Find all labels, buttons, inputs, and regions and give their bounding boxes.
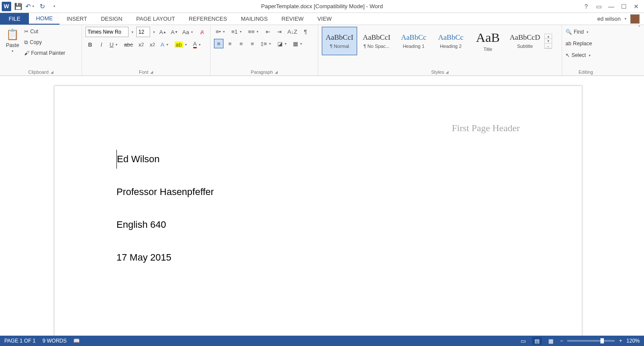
paste-button[interactable]: 📋 Paste ▾ [3, 27, 22, 54]
undo-icon[interactable]: ↶▾ [25, 1, 35, 12]
highlight-button[interactable]: ab▾ [173, 40, 189, 49]
shading-button[interactable]: ◪▾ [276, 39, 289, 48]
zoom-level[interactable]: 120% [626, 338, 640, 344]
cut-button[interactable]: ✂Cut [24, 27, 65, 36]
user-account[interactable]: ed wilson ▾ [593, 13, 644, 25]
style-heading-2[interactable]: AaBbCcHeading 2 [433, 27, 468, 55]
font-name-input[interactable] [85, 27, 129, 37]
group-paragraph: ≡•▾ ≡1▾ ≡≡▾ ⇤ ⇥ A↓Z ¶ ≡ ≡ ≡ ≡ ‡≡▾ ◪▾ ▦▾ … [210, 25, 318, 75]
styles-scroll-button[interactable]: ▴ [545, 34, 552, 39]
doc-line[interactable]: Professor Hasenpfeffer [116, 182, 214, 201]
styles-dialog-launcher[interactable]: ◢ [446, 70, 449, 74]
justify-button[interactable]: ≡ [248, 39, 257, 48]
style-title[interactable]: AaBTitle [470, 27, 506, 55]
doc-line[interactable]: Ed Wilson [116, 150, 214, 169]
minimize-icon[interactable]: — [605, 2, 617, 11]
styles-expand-button[interactable]: ⌄ [545, 44, 552, 48]
bold-button[interactable]: B [85, 40, 95, 49]
ribbon: 📋 Paste ▾ ✂Cut ⧉Copy 🖌Format Painter Cli… [0, 25, 644, 76]
word-app-icon[interactable]: W [2, 2, 11, 11]
sort-button[interactable]: A↓Z [286, 27, 299, 36]
underline-button[interactable]: U▾ [108, 40, 120, 49]
brush-icon: 🖌 [24, 50, 29, 56]
text-effects-button[interactable]: A▾ [159, 40, 171, 49]
font-size-input[interactable] [136, 27, 150, 37]
user-name: ed wilson [597, 16, 621, 22]
document-body[interactable]: Ed WilsonProfessor HasenpfefferEnglish 6… [116, 150, 214, 281]
maximize-icon[interactable]: ☐ [618, 2, 630, 11]
tab-file[interactable]: FILE [0, 13, 29, 25]
grow-font-button[interactable]: A▲ [158, 27, 168, 37]
doc-line[interactable]: 17 May 2015 [116, 248, 214, 267]
multilevel-list-button[interactable]: ≡≡▾ [246, 27, 261, 36]
ribbon-display-options-icon[interactable]: ▭ [593, 2, 605, 11]
tab-insert[interactable]: INSERT [60, 13, 94, 25]
zoom-out-button[interactable]: − [560, 338, 563, 344]
word-count-status[interactable]: 9 WORDS [42, 338, 66, 344]
zoom-slider-thumb[interactable] [600, 338, 604, 343]
numbering-button[interactable]: ≡1▾ [229, 27, 245, 36]
align-left-button[interactable]: ≡ [214, 39, 223, 48]
tab-mailings[interactable]: MAILINGS [234, 13, 274, 25]
style--no-spac-[interactable]: AaBbCcI¶ No Spac... [359, 27, 394, 55]
font-color-button[interactable]: A▾ [192, 40, 204, 49]
font-dialog-launcher[interactable]: ◢ [150, 70, 153, 74]
strikethrough-button[interactable]: abc [122, 40, 135, 49]
increase-indent-button[interactable]: ⇥ [274, 27, 284, 36]
align-right-button[interactable]: ≡ [236, 39, 246, 48]
tab-design[interactable]: DESIGN [94, 13, 129, 25]
zoom-slider[interactable] [567, 340, 615, 342]
help-icon[interactable]: ? [580, 2, 592, 11]
tab-page-layout[interactable]: PAGE LAYOUT [129, 13, 182, 25]
italic-button[interactable]: I [97, 40, 106, 49]
font-size-dropdown[interactable]: ▾ [152, 30, 156, 34]
paragraph-dialog-launcher[interactable]: ◢ [275, 70, 278, 74]
change-case-button[interactable]: Aa▾ [181, 27, 195, 37]
format-painter-button[interactable]: 🖌Format Painter [24, 48, 65, 58]
align-center-button[interactable]: ≡ [225, 39, 235, 48]
copy-button[interactable]: ⧉Copy [24, 38, 65, 47]
tab-view[interactable]: VIEW [311, 13, 339, 25]
subscript-button[interactable]: x2 [136, 40, 146, 49]
tab-review[interactable]: REVIEW [275, 13, 311, 25]
paste-icon: 📋 [6, 28, 19, 41]
redo-icon[interactable]: ↻ [37, 1, 47, 12]
decrease-indent-button[interactable]: ⇤ [263, 27, 273, 36]
read-mode-view-button[interactable]: ▭ [518, 337, 528, 345]
tab-home[interactable]: HOME [29, 13, 60, 25]
tab-references[interactable]: REFERENCES [182, 13, 234, 25]
find-button[interactable]: 🔍Find▾ [565, 27, 606, 37]
doc-line[interactable]: English 640 [116, 215, 214, 234]
proofing-icon[interactable]: 📖 [73, 338, 80, 344]
save-icon[interactable]: 💾 [13, 1, 23, 12]
page-number-status[interactable]: PAGE 1 OF 1 [4, 338, 35, 344]
zoom-in-button[interactable]: + [619, 338, 622, 344]
clipboard-dialog-launcher[interactable]: ◢ [50, 70, 53, 74]
page[interactable]: First Page Header Ed WilsonProfessor Has… [54, 85, 582, 336]
replace-button[interactable]: abReplace [565, 38, 606, 49]
select-button[interactable]: ↖Select▾ [565, 50, 606, 60]
select-cursor-icon: ↖ [565, 52, 570, 58]
document-area[interactable]: First Page Header Ed WilsonProfessor Has… [0, 77, 644, 336]
font-name-dropdown[interactable]: ▾ [130, 30, 135, 34]
web-layout-view-button[interactable]: ▦ [546, 337, 556, 345]
replace-icon: ab [565, 41, 571, 47]
clear-formatting-button[interactable]: A̷ [197, 27, 207, 37]
collapse-ribbon-button[interactable]: ˄ [638, 25, 641, 75]
style-subtitle[interactable]: AaBbCcDSubtitle [507, 27, 543, 55]
qat-customize-icon[interactable]: ▾ [49, 1, 60, 12]
quick-access-toolbar: W 💾 ↶▾ ↻ ▾ [0, 1, 60, 12]
show-marks-button[interactable]: ¶ [301, 27, 310, 36]
bullets-button[interactable]: ≡•▾ [214, 27, 228, 36]
copy-icon: ⧉ [24, 39, 28, 45]
borders-button[interactable]: ▦▾ [291, 39, 305, 48]
style--normal[interactable]: AaBbCcI¶ Normal [322, 27, 357, 55]
shrink-font-button[interactable]: A▼ [170, 27, 179, 37]
user-dropdown-icon: ▾ [623, 17, 628, 21]
style-heading-1[interactable]: AaBbCcHeading 1 [396, 27, 431, 55]
superscript-button[interactable]: x2 [148, 40, 157, 49]
styles-scroll-button[interactable]: ▾ [545, 39, 552, 44]
print-layout-view-button[interactable]: ▤ [532, 337, 542, 345]
line-spacing-button[interactable]: ‡≡▾ [259, 39, 274, 48]
close-icon[interactable]: ✕ [630, 2, 642, 11]
